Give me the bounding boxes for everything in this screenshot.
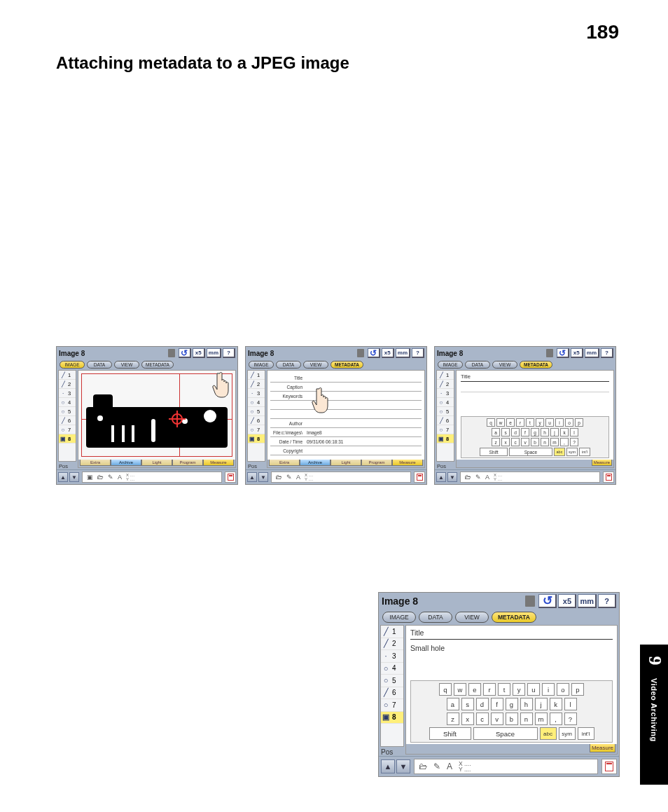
tab-image[interactable]: IMAGE bbox=[60, 361, 85, 369]
scroll-down-button[interactable]: ▼ bbox=[447, 472, 457, 482]
key[interactable]: p bbox=[575, 418, 583, 427]
report-button[interactable] bbox=[603, 472, 614, 483]
strip-measure[interactable]: Measure bbox=[392, 460, 423, 466]
key[interactable]: j bbox=[535, 698, 548, 710]
key[interactable]: l bbox=[564, 698, 577, 710]
text-a-icon[interactable]: A bbox=[118, 474, 122, 481]
tab-metadata[interactable]: METADATA bbox=[492, 612, 536, 623]
tab-data[interactable]: DATA bbox=[419, 612, 452, 623]
pen-icon[interactable]: ✎ bbox=[286, 474, 292, 481]
key-space[interactable]: Space bbox=[473, 727, 538, 740]
tab-view[interactable]: VIEW bbox=[114, 361, 139, 369]
key[interactable]: e bbox=[468, 683, 481, 696]
key[interactable]: n bbox=[520, 713, 533, 725]
report-button[interactable] bbox=[414, 472, 425, 483]
scroll-up-button[interactable]: ▲ bbox=[247, 472, 257, 482]
scroll-up-button[interactable]: ▲ bbox=[436, 472, 446, 482]
strip-program[interactable]: Program bbox=[361, 460, 392, 466]
tab-data[interactable]: DATA bbox=[87, 361, 112, 369]
tab-metadata[interactable]: METADATA bbox=[330, 361, 363, 369]
tab-image[interactable]: IMAGE bbox=[438, 361, 463, 369]
key[interactable]: ? bbox=[564, 713, 577, 725]
key[interactable]: s bbox=[461, 698, 474, 710]
key[interactable]: p bbox=[571, 683, 584, 696]
key[interactable]: l bbox=[570, 428, 578, 436]
key-mode-abc[interactable]: abc bbox=[540, 727, 557, 740]
strip-extra[interactable]: Extra bbox=[269, 460, 300, 466]
pen-icon[interactable]: ✎ bbox=[433, 762, 440, 771]
report-button[interactable] bbox=[225, 472, 236, 483]
key[interactable]: b bbox=[506, 713, 518, 725]
key[interactable]: a bbox=[492, 428, 500, 436]
key[interactable]: v bbox=[521, 438, 529, 446]
key[interactable]: r bbox=[516, 418, 524, 427]
key[interactable]: , bbox=[560, 438, 569, 446]
report-button[interactable] bbox=[601, 759, 617, 774]
key[interactable]: y bbox=[536, 418, 544, 427]
help-button[interactable]: ? bbox=[598, 594, 616, 608]
undo-button[interactable]: ↺ bbox=[538, 594, 557, 608]
tab-data[interactable]: DATA bbox=[276, 361, 301, 369]
pen-icon[interactable]: ✎ bbox=[108, 474, 113, 481]
key[interactable]: o bbox=[557, 683, 569, 696]
pen-icon[interactable]: ✎ bbox=[475, 474, 481, 481]
key[interactable]: i bbox=[555, 418, 564, 427]
key[interactable]: c bbox=[476, 713, 489, 725]
tab-image[interactable]: IMAGE bbox=[249, 361, 274, 369]
tab-metadata[interactable]: METADATA bbox=[141, 361, 174, 369]
title-input-value[interactable]: Small hole bbox=[410, 644, 613, 654]
tab-view[interactable]: VIEW bbox=[303, 361, 328, 369]
key[interactable]: u bbox=[527, 683, 540, 696]
unit-mm-button[interactable]: mm bbox=[207, 348, 221, 358]
key-shift[interactable]: Shift bbox=[480, 448, 508, 456]
strip-archive[interactable]: Archive bbox=[300, 460, 330, 466]
key[interactable]: t bbox=[498, 683, 510, 696]
zoom-x5-button[interactable]: x5 bbox=[558, 594, 576, 608]
key[interactable]: w bbox=[454, 683, 466, 696]
key[interactable]: ? bbox=[570, 438, 578, 446]
key[interactable]: q bbox=[487, 418, 495, 427]
undo-button[interactable]: ↺ bbox=[368, 348, 380, 358]
key[interactable]: g bbox=[506, 698, 518, 710]
tab-image[interactable]: IMAGE bbox=[382, 612, 416, 623]
scroll-down-button[interactable]: ▼ bbox=[258, 472, 268, 482]
text-a-icon[interactable]: A bbox=[447, 762, 452, 771]
key[interactable]: y bbox=[513, 683, 525, 696]
key-space[interactable]: Space bbox=[509, 448, 552, 456]
key[interactable]: z bbox=[447, 713, 459, 725]
key[interactable]: x bbox=[461, 713, 474, 725]
strip-measure[interactable]: Measure bbox=[203, 460, 234, 466]
key[interactable]: z bbox=[492, 438, 500, 446]
scroll-up-button[interactable]: ▲ bbox=[381, 759, 395, 773]
key[interactable]: , bbox=[550, 713, 562, 725]
text-a-icon[interactable]: A bbox=[485, 474, 489, 481]
key[interactable]: t bbox=[526, 418, 534, 427]
tab-view[interactable]: VIEW bbox=[455, 612, 489, 623]
zoom-x5-button[interactable]: x5 bbox=[193, 348, 205, 358]
key[interactable]: f bbox=[491, 698, 503, 710]
strip-light[interactable]: Light bbox=[141, 460, 172, 466]
undo-button[interactable]: ↺ bbox=[179, 348, 191, 358]
key[interactable]: x bbox=[501, 438, 510, 446]
key[interactable]: v bbox=[491, 713, 503, 725]
key[interactable]: h bbox=[520, 698, 533, 710]
zoom-x5-button[interactable]: x5 bbox=[571, 348, 583, 358]
key-shift[interactable]: Shift bbox=[429, 727, 471, 740]
key[interactable]: m bbox=[550, 438, 559, 446]
strip-archive[interactable]: Archive bbox=[111, 460, 141, 466]
key[interactable]: q bbox=[439, 683, 452, 696]
text-a-icon[interactable]: A bbox=[296, 474, 300, 481]
key[interactable]: c bbox=[511, 438, 520, 446]
key-mode-sym[interactable]: sym bbox=[566, 448, 578, 456]
strip-measure[interactable]: Measure bbox=[590, 744, 615, 752]
key[interactable]: u bbox=[545, 418, 554, 427]
key[interactable]: d bbox=[476, 698, 489, 710]
open-icon[interactable]: 🗁 bbox=[97, 474, 104, 481]
help-button[interactable]: ? bbox=[412, 348, 424, 358]
strip-light[interactable]: Light bbox=[330, 460, 361, 466]
undo-button[interactable]: ↺ bbox=[557, 348, 569, 358]
scroll-down-button[interactable]: ▼ bbox=[69, 472, 79, 482]
strip-extra[interactable]: Extra bbox=[80, 460, 111, 466]
key[interactable]: h bbox=[541, 428, 549, 436]
key[interactable]: n bbox=[541, 438, 549, 446]
